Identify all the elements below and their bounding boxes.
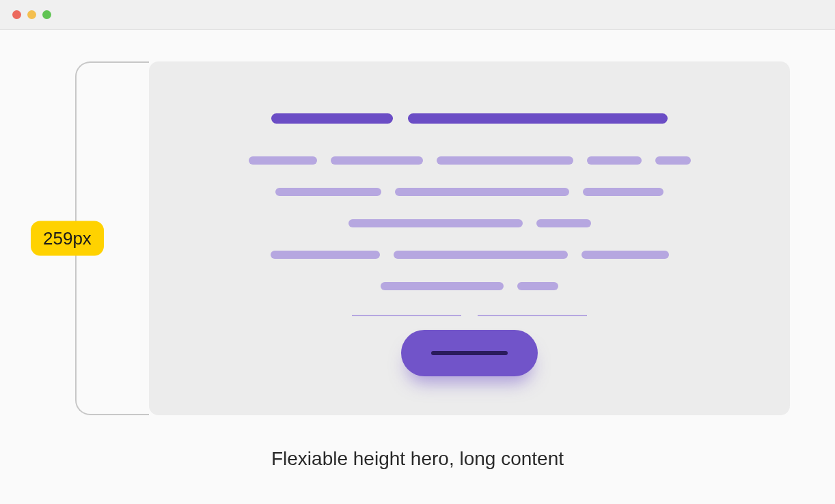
body-bar: [536, 219, 591, 227]
body-bar: [517, 282, 558, 290]
cta-label-placeholder: [431, 351, 508, 355]
body-row: [271, 251, 669, 259]
body-bar: [271, 251, 380, 259]
body-bar: [587, 156, 642, 165]
cta-button[interactable]: [401, 330, 538, 376]
body-row: [381, 282, 558, 290]
ruler-label: 259px: [31, 221, 104, 256]
body-bar: [381, 282, 504, 290]
body-bar: [394, 251, 568, 259]
body-bar: [581, 251, 669, 259]
body-row: [348, 219, 591, 227]
zoom-icon[interactable]: [42, 10, 51, 19]
minimize-icon[interactable]: [27, 10, 36, 19]
hero-card: [149, 61, 790, 415]
body-placeholder-rows: [249, 156, 691, 290]
body-bar: [348, 219, 523, 227]
thin-bar: [478, 315, 587, 316]
body-row: [249, 156, 691, 165]
divider-row: [352, 315, 587, 316]
headline-bar: [408, 113, 668, 124]
thin-bar: [352, 315, 461, 316]
window-titlebar: [0, 0, 835, 30]
body-bar: [275, 188, 381, 196]
body-bar: [437, 156, 573, 165]
figure-caption: Flexiable height hero, long content: [0, 448, 835, 470]
body-row: [275, 188, 663, 196]
body-bar: [583, 188, 663, 196]
body-bar: [331, 156, 423, 165]
diagram-stage: 259px Flexiable height hero, long conten…: [0, 30, 835, 504]
body-bar: [655, 156, 691, 165]
height-ruler: 259px: [68, 61, 150, 415]
body-bar: [249, 156, 317, 165]
close-icon[interactable]: [12, 10, 21, 19]
headline-bar: [271, 113, 393, 124]
body-bar: [395, 188, 569, 196]
headline-placeholder: [271, 113, 668, 124]
